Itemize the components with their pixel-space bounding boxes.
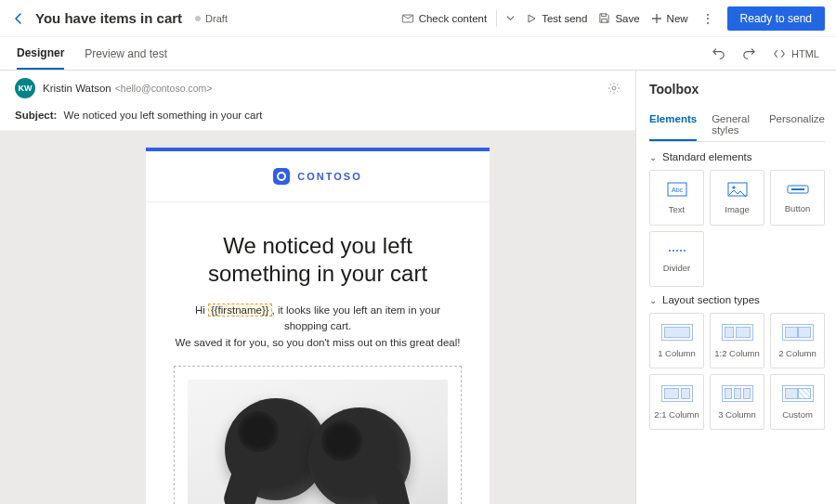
plus-icon bbox=[651, 13, 662, 24]
toolbox-tab-elements[interactable]: Elements bbox=[649, 108, 697, 141]
back-button[interactable] bbox=[11, 11, 26, 26]
brand-name: CONTOSO bbox=[297, 171, 361, 182]
greeting-prefix: Hi bbox=[195, 304, 208, 316]
toolbox-tab-personalize[interactable]: Personalize bbox=[769, 108, 825, 141]
status-text: Draft bbox=[205, 13, 228, 24]
layout-3-column[interactable]: 3 Column bbox=[710, 374, 764, 430]
email-header: CONTOSO bbox=[146, 151, 490, 202]
element-image[interactable]: Image bbox=[710, 170, 764, 226]
command-divider bbox=[496, 10, 497, 27]
save-button[interactable]: Save bbox=[598, 12, 639, 24]
element-button[interactable]: Button bbox=[770, 170, 825, 226]
text-icon: Abc bbox=[667, 182, 687, 197]
html-label: HTML bbox=[791, 48, 819, 59]
email-preview[interactable]: CONTOSO We noticed you left something in… bbox=[146, 148, 490, 504]
section-layout-label: Layout section types bbox=[662, 294, 760, 305]
brand-logo: CONTOSO bbox=[273, 168, 361, 185]
standard-elements-grid: Abc Text Image Button Divider bbox=[649, 170, 825, 287]
layout-3col-icon bbox=[722, 385, 753, 402]
toolbox-panel: Toolbox Elements General styles Personal… bbox=[635, 71, 836, 504]
play-icon bbox=[526, 13, 537, 24]
save-label: Save bbox=[615, 13, 639, 24]
button-icon bbox=[787, 183, 809, 196]
svg-text:Abc: Abc bbox=[671, 187, 683, 193]
tab-preview[interactable]: Preview and test bbox=[85, 39, 167, 69]
element-divider-label: Divider bbox=[663, 263, 691, 273]
avatar: KW bbox=[15, 78, 35, 98]
chevron-down-icon: ⌄ bbox=[649, 295, 657, 305]
page-title: You have items in cart bbox=[35, 10, 182, 26]
element-button-label: Button bbox=[785, 203, 810, 213]
save-icon bbox=[598, 12, 610, 24]
layout-1-column[interactable]: 1 Column bbox=[649, 313, 704, 368]
subject-row[interactable]: Subject: We noticed you left something i… bbox=[0, 106, 635, 131]
layout-custom-icon bbox=[782, 385, 814, 402]
image-icon bbox=[727, 182, 748, 197]
layout-1col-label: 1 Column bbox=[658, 348, 696, 358]
status-badge: Draft bbox=[195, 13, 228, 24]
canvas-column: KW Kristin Watson <hello@contoso.com> Su… bbox=[0, 71, 635, 504]
from-row: KW Kristin Watson <hello@contoso.com> bbox=[0, 71, 635, 106]
svg-rect-7 bbox=[791, 188, 804, 190]
subject-value: We noticed you left something in your ca… bbox=[64, 110, 263, 121]
layout-2col-label: 2 Column bbox=[778, 348, 816, 358]
main-area: KW Kristin Watson <hello@contoso.com> Su… bbox=[0, 71, 836, 504]
status-dot-icon bbox=[195, 16, 201, 21]
brand-mark-icon bbox=[273, 168, 290, 185]
test-send-label: Test send bbox=[542, 13, 587, 24]
layout-12col-label: 1:2 Column bbox=[714, 348, 760, 358]
ready-to-send-button[interactable]: Ready to send bbox=[727, 6, 825, 31]
element-divider[interactable]: Divider bbox=[649, 231, 704, 287]
element-text[interactable]: Abc Text bbox=[649, 170, 704, 226]
mail-check-icon bbox=[401, 12, 414, 25]
earbud-right-icon bbox=[308, 407, 411, 504]
layout-3col-label: 3 Column bbox=[718, 409, 756, 420]
more-button[interactable]: ⋮ bbox=[701, 11, 714, 26]
email-heading[interactable]: We noticed you left something in your ca… bbox=[174, 232, 462, 288]
tab-designer[interactable]: Designer bbox=[17, 38, 64, 70]
section-standard-label: Standard elements bbox=[662, 151, 752, 162]
element-image-label: Image bbox=[725, 204, 749, 214]
from-email: <hello@contoso.com> bbox=[115, 83, 213, 94]
html-view-button[interactable]: HTML bbox=[773, 47, 819, 60]
layout-2col-icon bbox=[782, 324, 814, 341]
section-layout-types[interactable]: ⌄ Layout section types bbox=[649, 294, 825, 305]
subject-label: Subject: bbox=[15, 110, 57, 121]
layout-1-2-column[interactable]: 1:2 Column bbox=[710, 313, 764, 368]
layout-21col-icon bbox=[661, 385, 693, 402]
layout-1col-icon bbox=[661, 324, 693, 341]
svg-point-1 bbox=[612, 86, 616, 90]
toolbox-tabs: Elements General styles Personalize bbox=[649, 108, 825, 142]
check-content-chevron[interactable] bbox=[506, 14, 515, 22]
email-line2: We saved it for you, so you don't miss o… bbox=[176, 337, 461, 348]
check-content-button[interactable]: Check content bbox=[401, 12, 488, 25]
layout-21col-label: 2:1 Column bbox=[654, 409, 699, 420]
divider-icon bbox=[667, 246, 687, 255]
section-standard-elements[interactable]: ⌄ Standard elements bbox=[649, 151, 825, 162]
test-send-button[interactable]: Test send bbox=[526, 13, 587, 24]
redo-button[interactable] bbox=[742, 46, 756, 60]
email-body: We noticed you left something in your ca… bbox=[146, 202, 490, 504]
email-paragraph[interactable]: Hi {{firstname}}, it looks like you left… bbox=[174, 303, 462, 351]
undo-button[interactable] bbox=[712, 46, 725, 60]
layout-grid: 1 Column 1:2 Column 2 Column 2:1 Column … bbox=[649, 313, 825, 430]
toolbox-tab-general[interactable]: General styles bbox=[712, 108, 754, 141]
new-button[interactable]: New bbox=[651, 13, 688, 24]
layout-2-1-column[interactable]: 2:1 Column bbox=[649, 374, 704, 430]
from-settings-button[interactable] bbox=[607, 82, 620, 95]
chevron-down-icon: ⌄ bbox=[649, 152, 657, 162]
personalization-token[interactable]: {{firstname}} bbox=[208, 304, 272, 317]
canvas-stage[interactable]: CONTOSO We noticed you left something in… bbox=[0, 131, 635, 504]
layout-2-column[interactable]: 2 Column bbox=[770, 313, 825, 368]
code-icon bbox=[773, 47, 786, 60]
toolbox-title: Toolbox bbox=[649, 82, 825, 97]
layout-12col-icon bbox=[722, 324, 753, 341]
layout-custom[interactable]: Custom bbox=[770, 374, 825, 430]
svg-point-5 bbox=[732, 186, 735, 188]
greeting-suffix: , it looks like you left an item in your… bbox=[272, 304, 441, 331]
element-text-label: Text bbox=[669, 204, 685, 214]
check-content-label: Check content bbox=[419, 13, 488, 24]
layout-custom-label: Custom bbox=[782, 409, 813, 420]
product-image bbox=[188, 380, 448, 504]
email-image-block[interactable] bbox=[174, 366, 462, 504]
